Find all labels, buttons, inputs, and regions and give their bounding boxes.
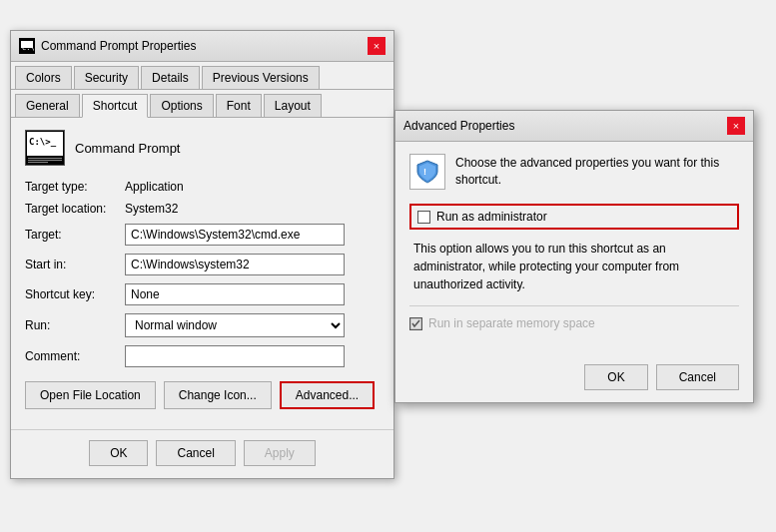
- adv-ok-button[interactable]: OK: [584, 364, 647, 390]
- svg-rect-9: [28, 162, 48, 163]
- adv-content: ! Choose the advanced properties you wan…: [395, 142, 753, 356]
- svg-rect-2: [21, 40, 33, 41]
- target-location-value: System32: [125, 202, 178, 216]
- shortcut-key-label: Shortcut key:: [25, 287, 125, 301]
- tab-shortcut[interactable]: Shortcut: [82, 94, 149, 118]
- run-as-admin-label: Run as administrator: [436, 210, 547, 224]
- tabs-container: Colors Security Details Previous Version…: [11, 62, 393, 118]
- run-row: Run: Normal window: [25, 313, 380, 337]
- target-row: Target:: [25, 224, 380, 246]
- action-buttons-row: Open File Location Change Icon... Advanc…: [25, 381, 380, 409]
- target-location-label: Target location:: [25, 202, 125, 216]
- svg-text:!: !: [423, 167, 426, 177]
- apply-button[interactable]: Apply: [244, 440, 316, 466]
- start-in-input[interactable]: [125, 254, 345, 275]
- main-dialog-footer: OK Cancel Apply: [11, 429, 393, 478]
- app-header: C:\>_ Command Prompt: [25, 130, 380, 166]
- run-select[interactable]: Normal window: [125, 313, 345, 337]
- svg-text:C:\: C:\: [22, 44, 34, 52]
- shortcut-key-row: Shortcut key:: [25, 283, 380, 305]
- adv-dialog-footer: OK Cancel: [395, 356, 753, 402]
- ok-button[interactable]: OK: [89, 440, 148, 466]
- cancel-button[interactable]: Cancel: [156, 440, 235, 466]
- adv-close-button[interactable]: ×: [727, 117, 745, 135]
- main-close-button[interactable]: ×: [368, 37, 386, 55]
- adv-header-text: Choose the advanced properties you want …: [455, 155, 739, 189]
- tab-font[interactable]: Font: [216, 94, 262, 117]
- target-input[interactable]: [125, 224, 345, 246]
- svg-rect-7: [28, 158, 62, 159]
- run-in-memory-label: Run in separate memory space: [428, 316, 595, 330]
- svg-text:C:\>_: C:\>_: [29, 137, 57, 147]
- tabs-row1: Colors Security Details Previous Version…: [11, 62, 393, 90]
- run-as-admin-row[interactable]: Run as administrator: [409, 204, 739, 230]
- target-type-value: Application: [125, 180, 184, 194]
- target-type-row: Target type: Application: [25, 180, 380, 194]
- comment-label: Comment:: [25, 349, 125, 363]
- tab-details[interactable]: Details: [141, 66, 200, 89]
- comment-input[interactable]: [125, 345, 345, 367]
- tab-colors[interactable]: Colors: [15, 66, 72, 89]
- adv-title-bar: Advanced Properties ×: [395, 111, 753, 142]
- change-icon-button[interactable]: Change Icon...: [164, 381, 272, 409]
- target-location-row: Target location: System32: [25, 202, 380, 216]
- adv-title-text: Advanced Properties: [403, 119, 514, 133]
- tab-layout[interactable]: Layout: [264, 94, 322, 117]
- tab-previous-versions[interactable]: Previous Versions: [202, 66, 320, 89]
- run-label: Run:: [25, 318, 125, 332]
- start-in-label: Start in:: [25, 258, 125, 271]
- comment-row: Comment:: [25, 345, 380, 367]
- app-icon: C:\>_: [25, 130, 65, 166]
- adv-description: This option allows you to run this short…: [409, 240, 739, 293]
- main-title-bar: C:\ Command Prompt Properties ×: [11, 31, 393, 62]
- tab-general[interactable]: General: [15, 94, 80, 117]
- start-in-row: Start in:: [25, 254, 380, 275]
- main-dialog: C:\ Command Prompt Properties × Colors S…: [10, 30, 394, 479]
- shortcut-key-input[interactable]: [125, 283, 345, 305]
- tabs-row2: General Shortcut Options Font Layout: [11, 90, 393, 118]
- tab-security[interactable]: Security: [74, 66, 139, 89]
- app-name-label: Command Prompt: [75, 141, 180, 156]
- adv-cancel-button[interactable]: Cancel: [656, 364, 739, 390]
- target-label: Target:: [25, 228, 125, 242]
- adv-shield-icon: !: [409, 154, 445, 190]
- title-bar-left: C:\ Command Prompt Properties: [19, 38, 196, 54]
- tab-options[interactable]: Options: [150, 94, 213, 117]
- adv-header: ! Choose the advanced properties you wan…: [409, 154, 739, 190]
- window-icon: C:\: [19, 38, 35, 54]
- open-file-location-button[interactable]: Open File Location: [25, 381, 156, 409]
- target-type-label: Target type:: [25, 180, 125, 194]
- run-in-memory-checkbox[interactable]: [409, 317, 422, 330]
- advanced-dialog: Advanced Properties × ! Choose the advan…: [394, 110, 754, 403]
- advanced-button[interactable]: Advanced...: [280, 381, 375, 409]
- dialog-content: C:\>_ Command Prompt Target type: Applic…: [11, 118, 393, 421]
- adv-separator: [409, 305, 739, 306]
- main-title-text: Command Prompt Properties: [41, 39, 196, 53]
- run-as-admin-checkbox[interactable]: [417, 211, 430, 224]
- run-in-memory-row: Run in separate memory space: [409, 316, 739, 330]
- svg-rect-8: [28, 160, 62, 161]
